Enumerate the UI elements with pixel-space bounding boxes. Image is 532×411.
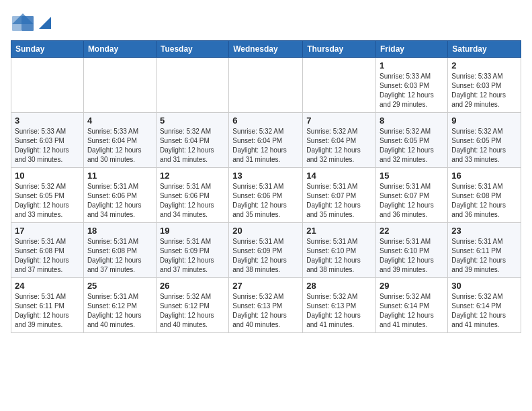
day-number: 11 [87, 171, 152, 181]
day-info: Sunrise: 5:32 AM Sunset: 6:04 PM Dayligh… [160, 127, 225, 165]
day-info: Sunrise: 5:31 AM Sunset: 6:09 PM Dayligh… [160, 237, 225, 275]
day-info: Sunrise: 5:33 AM Sunset: 6:03 PM Dayligh… [380, 72, 444, 109]
calendar-cell: 23Sunrise: 5:31 AM Sunset: 6:11 PM Dayli… [448, 223, 521, 278]
calendar: SundayMondayTuesdayWednesdayThursdayFrid… [11, 40, 521, 333]
day-info: Sunrise: 5:31 AM Sunset: 6:06 PM Dayligh… [87, 182, 152, 220]
day-info: Sunrise: 5:32 AM Sunset: 6:04 PM Dayligh… [306, 127, 372, 165]
calendar-cell: 8Sunrise: 5:32 AM Sunset: 6:05 PM Daylig… [376, 113, 448, 168]
day-number: 12 [160, 171, 225, 181]
day-info: Sunrise: 5:32 AM Sunset: 6:04 PM Dayligh… [232, 127, 299, 165]
calendar-cell: 1Sunrise: 5:33 AM Sunset: 6:03 PM Daylig… [376, 58, 448, 113]
day-number: 2 [451, 60, 517, 71]
day-number: 25 [87, 281, 152, 291]
calendar-cell: 12Sunrise: 5:31 AM Sunset: 6:06 PM Dayli… [156, 168, 228, 223]
day-number: 24 [15, 281, 80, 291]
calendar-cell [229, 58, 303, 113]
calendar-cell: 5Sunrise: 5:32 AM Sunset: 6:04 PM Daylig… [156, 113, 228, 168]
calendar-cell: 19Sunrise: 5:31 AM Sunset: 6:09 PM Dayli… [156, 223, 228, 278]
calendar-cell: 15Sunrise: 5:31 AM Sunset: 6:07 PM Dayli… [376, 168, 448, 223]
day-number: 4 [87, 116, 152, 126]
day-info: Sunrise: 5:31 AM Sunset: 6:06 PM Dayligh… [160, 182, 225, 220]
calendar-cell: 29Sunrise: 5:32 AM Sunset: 6:14 PM Dayli… [376, 278, 448, 333]
calendar-cell: 21Sunrise: 5:31 AM Sunset: 6:10 PM Dayli… [303, 223, 376, 278]
weekday-header-row: SundayMondayTuesdayWednesdayThursdayFrid… [11, 41, 521, 58]
weekday-header-friday: Friday [376, 41, 448, 58]
calendar-week-4: 17Sunrise: 5:31 AM Sunset: 6:08 PM Dayli… [11, 223, 521, 278]
calendar-cell: 28Sunrise: 5:32 AM Sunset: 6:13 PM Dayli… [303, 278, 376, 333]
weekday-header-monday: Monday [83, 41, 156, 58]
day-info: Sunrise: 5:32 AM Sunset: 6:14 PM Dayligh… [380, 292, 444, 330]
calendar-cell: 13Sunrise: 5:31 AM Sunset: 6:06 PM Dayli… [229, 168, 303, 223]
calendar-cell: 30Sunrise: 5:32 AM Sunset: 6:14 PM Dayli… [448, 278, 521, 333]
day-info: Sunrise: 5:31 AM Sunset: 6:08 PM Dayligh… [87, 237, 152, 275]
day-number: 30 [451, 281, 517, 291]
calendar-cell: 14Sunrise: 5:31 AM Sunset: 6:07 PM Dayli… [303, 168, 376, 223]
day-info: Sunrise: 5:31 AM Sunset: 6:08 PM Dayligh… [451, 182, 517, 220]
day-number: 3 [15, 116, 80, 126]
calendar-cell [11, 58, 84, 113]
day-info: Sunrise: 5:32 AM Sunset: 6:05 PM Dayligh… [451, 127, 517, 165]
day-number: 26 [160, 281, 225, 291]
day-number: 6 [232, 116, 299, 126]
day-number: 1 [380, 60, 444, 71]
calendar-cell: 6Sunrise: 5:32 AM Sunset: 6:04 PM Daylig… [229, 113, 303, 168]
logo-icon [11, 11, 35, 35]
day-info: Sunrise: 5:32 AM Sunset: 6:05 PM Dayligh… [380, 127, 444, 165]
day-info: Sunrise: 5:31 AM Sunset: 6:08 PM Dayligh… [15, 237, 80, 275]
calendar-cell: 3Sunrise: 5:33 AM Sunset: 6:03 PM Daylig… [11, 113, 84, 168]
day-info: Sunrise: 5:31 AM Sunset: 6:07 PM Dayligh… [380, 182, 444, 220]
day-info: Sunrise: 5:32 AM Sunset: 6:14 PM Dayligh… [451, 292, 517, 330]
day-number: 5 [160, 116, 225, 126]
weekday-header-wednesday: Wednesday [229, 41, 303, 58]
day-info: Sunrise: 5:33 AM Sunset: 6:04 PM Dayligh… [87, 127, 152, 165]
day-info: Sunrise: 5:32 AM Sunset: 6:13 PM Dayligh… [232, 292, 299, 330]
calendar-cell: 16Sunrise: 5:31 AM Sunset: 6:08 PM Dayli… [448, 168, 521, 223]
day-number: 20 [232, 226, 299, 236]
day-number: 19 [160, 226, 225, 236]
weekday-header-sunday: Sunday [11, 41, 84, 58]
svg-marker-4 [39, 17, 51, 29]
day-info: Sunrise: 5:32 AM Sunset: 6:13 PM Dayligh… [306, 292, 372, 330]
day-info: Sunrise: 5:31 AM Sunset: 6:11 PM Dayligh… [15, 292, 80, 330]
weekday-header-thursday: Thursday [303, 41, 376, 58]
day-info: Sunrise: 5:32 AM Sunset: 6:12 PM Dayligh… [160, 292, 225, 330]
svg-rect-2 [12, 16, 21, 31]
day-number: 13 [232, 171, 299, 181]
day-number: 21 [306, 226, 372, 236]
logo-triangle-icon [39, 17, 51, 29]
calendar-cell: 18Sunrise: 5:31 AM Sunset: 6:08 PM Dayli… [83, 223, 156, 278]
day-number: 9 [451, 116, 517, 126]
calendar-cell: 10Sunrise: 5:32 AM Sunset: 6:05 PM Dayli… [11, 168, 84, 223]
weekday-header-tuesday: Tuesday [156, 41, 228, 58]
logo-text [38, 18, 51, 28]
day-info: Sunrise: 5:33 AM Sunset: 6:03 PM Dayligh… [451, 72, 517, 109]
calendar-cell: 9Sunrise: 5:32 AM Sunset: 6:05 PM Daylig… [448, 113, 521, 168]
calendar-cell: 7Sunrise: 5:32 AM Sunset: 6:04 PM Daylig… [303, 113, 376, 168]
day-number: 27 [232, 281, 299, 291]
day-info: Sunrise: 5:31 AM Sunset: 6:10 PM Dayligh… [306, 237, 372, 275]
logo [11, 11, 51, 35]
calendar-cell: 17Sunrise: 5:31 AM Sunset: 6:08 PM Dayli… [11, 223, 84, 278]
day-number: 15 [380, 171, 444, 181]
calendar-cell: 22Sunrise: 5:31 AM Sunset: 6:10 PM Dayli… [376, 223, 448, 278]
day-number: 16 [451, 171, 517, 181]
day-number: 23 [451, 226, 517, 236]
calendar-cell: 11Sunrise: 5:31 AM Sunset: 6:06 PM Dayli… [83, 168, 156, 223]
day-number: 10 [15, 171, 80, 181]
day-number: 18 [87, 226, 152, 236]
svg-rect-3 [21, 16, 34, 31]
calendar-cell [303, 58, 376, 113]
day-number: 7 [306, 116, 372, 126]
page-header [11, 11, 521, 35]
day-info: Sunrise: 5:31 AM Sunset: 6:12 PM Dayligh… [87, 292, 152, 330]
day-info: Sunrise: 5:33 AM Sunset: 6:03 PM Dayligh… [15, 127, 80, 165]
calendar-cell: 26Sunrise: 5:32 AM Sunset: 6:12 PM Dayli… [156, 278, 228, 333]
calendar-cell: 4Sunrise: 5:33 AM Sunset: 6:04 PM Daylig… [83, 113, 156, 168]
calendar-cell [83, 58, 156, 113]
day-info: Sunrise: 5:31 AM Sunset: 6:07 PM Dayligh… [306, 182, 372, 220]
day-number: 22 [380, 226, 444, 236]
day-number: 8 [380, 116, 444, 126]
day-info: Sunrise: 5:32 AM Sunset: 6:05 PM Dayligh… [15, 182, 80, 220]
day-number: 17 [15, 226, 80, 236]
day-number: 14 [306, 171, 372, 181]
